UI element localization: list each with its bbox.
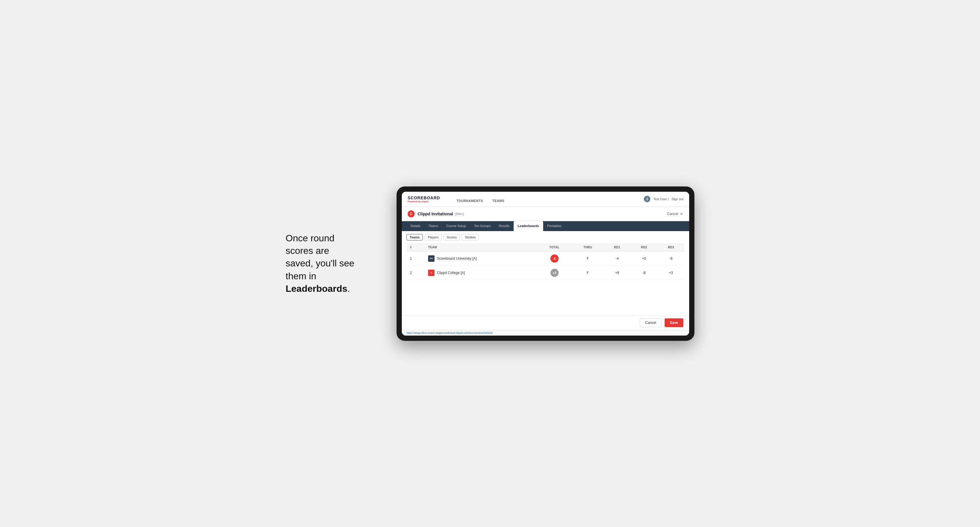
tablet-device: SCOREBOARD Powered by clippd TOURNAMENTS… (396, 186, 694, 341)
cancel-button-bottom[interactable]: Cancel (640, 318, 662, 327)
tournament-gender: (Men) (455, 212, 464, 216)
rd3-2: +3 (658, 265, 684, 280)
rd1-1: -4 (604, 251, 630, 265)
col-rank: # (406, 243, 425, 252)
team-logo-1: SU (428, 256, 434, 262)
total-1: -5 (537, 251, 572, 265)
filter-bar: Teams Players Scores Strokes (402, 231, 689, 243)
instruction-bold: Leaderboards (286, 283, 347, 294)
leaderboard-table-wrapper: # TEAM TOTAL THRU RD1 RD2 RD3 1 (402, 243, 689, 280)
col-rd1: RD1 (604, 243, 630, 252)
page-wrapper: Once roundscores aresaved, you'll seethe… (286, 186, 694, 341)
tournament-name: Clippd Invitational (418, 211, 453, 216)
leaderboard-table: # TEAM TOTAL THRU RD1 RD2 RD3 1 (406, 243, 684, 280)
tournament-header: C Clippd Invitational (Men) Cancel ✕ (402, 207, 689, 221)
sub-nav: Details Teams Course Setup Tee Groups Re… (402, 221, 689, 231)
thru-2: F (572, 265, 604, 280)
logo-area: SCOREBOARD Powered by clippd (408, 195, 440, 203)
team-name-2: Clippd College [A] (437, 271, 465, 275)
filter-scores[interactable]: Scores (444, 234, 460, 240)
table-row: 1 SU Scoreboard University [A] -5 F (406, 251, 684, 265)
col-team: TEAM (425, 243, 537, 252)
team-cell-inner-1: SU Scoreboard University [A] (428, 256, 533, 262)
col-rd2: RD2 (631, 243, 658, 252)
rank-1: 1 (406, 251, 425, 265)
rank-2: 2 (406, 265, 425, 280)
team-cell-1: SU Scoreboard University [A] (425, 251, 537, 265)
tab-results[interactable]: Results (495, 221, 514, 231)
team-name-1: Scoreboard University [A] (437, 257, 477, 260)
team-logo-2: C (428, 270, 434, 276)
score-badge-1: -5 (550, 254, 558, 263)
score-badge-2: +3 (550, 269, 558, 277)
content-spacer (402, 280, 689, 315)
total-2: +3 (537, 265, 572, 280)
tournament-icon: C (408, 210, 415, 217)
user-name: Test User | (653, 197, 668, 201)
top-nav: SCOREBOARD Powered by clippd TOURNAMENTS… (402, 192, 689, 207)
filter-strokes[interactable]: Strokes (462, 234, 479, 240)
sign-out-link[interactable]: Sign out (671, 197, 683, 201)
nav-links: TOURNAMENTS TEAMS (452, 192, 509, 206)
rd2-2: -8 (631, 265, 658, 280)
col-rd3: RD3 (658, 243, 684, 252)
modal-footer: Cancel Save (402, 315, 689, 330)
nav-right: S Test User | Sign out (644, 196, 683, 202)
instruction-text: Once roundscores aresaved, you'll seethe… (286, 232, 379, 295)
tab-details[interactable]: Details (406, 221, 425, 231)
cancel-button-top[interactable]: Cancel ✕ (667, 211, 683, 216)
nav-tournaments[interactable]: TOURNAMENTS (452, 199, 488, 206)
rd3-1: -6 (658, 251, 684, 265)
instruction-line1: Once roundscores aresaved, you'll seethe… (286, 233, 355, 281)
tab-leaderboards[interactable]: Leaderboards (514, 221, 543, 231)
logo-scoreboard: SCOREBOARD (408, 195, 440, 200)
team-cell-2: C Clippd College [A] (425, 265, 537, 280)
tab-tee-groups[interactable]: Tee Groups (470, 221, 495, 231)
col-total: TOTAL (537, 243, 572, 252)
url-bar: https://stage-blue-coach.stagescoreboard… (402, 330, 689, 336)
team-cell-inner-2: C Clippd College [A] (428, 270, 533, 276)
tab-printables[interactable]: Printables (543, 221, 566, 231)
filter-players[interactable]: Players (425, 234, 442, 240)
table-row: 2 C Clippd College [A] +3 F (406, 265, 684, 280)
tablet-screen: SCOREBOARD Powered by clippd TOURNAMENTS… (402, 192, 689, 336)
user-avatar: S (644, 196, 650, 202)
rd2-1: +5 (631, 251, 658, 265)
nav-teams[interactable]: TEAMS (488, 199, 509, 206)
cancel-x-icon: ✕ (680, 211, 683, 216)
col-thru: THRU (572, 243, 604, 252)
logo-powered: Powered by clippd (408, 200, 440, 203)
rd1-2: +8 (604, 265, 630, 280)
filter-teams[interactable]: Teams (406, 234, 423, 240)
thru-1: F (572, 251, 604, 265)
tab-teams[interactable]: Teams (425, 221, 442, 231)
save-button[interactable]: Save (665, 318, 683, 327)
tab-course-setup[interactable]: Course Setup (442, 221, 470, 231)
